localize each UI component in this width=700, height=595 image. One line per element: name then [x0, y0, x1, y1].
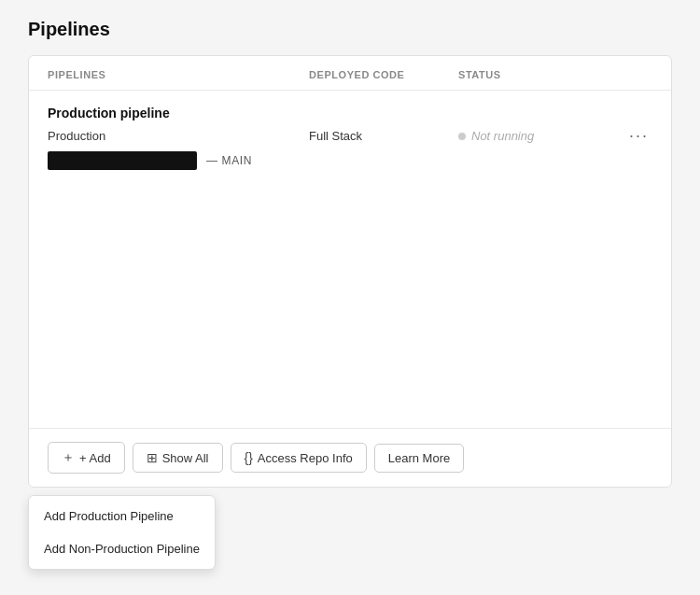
card-footer: ＋ + Add ⊞ Show All {} Access Repo Info L… [29, 428, 671, 487]
plus-icon: ＋ [62, 449, 75, 466]
more-options-button[interactable]: ··· [625, 126, 652, 146]
access-repo-button[interactable]: {} Access Repo Info [231, 443, 367, 473]
status-dot [458, 133, 466, 140]
col-header-pipelines: PIPELINES [48, 69, 309, 80]
add-non-production-pipeline-item[interactable]: Add Non-Production Pipeline [29, 532, 215, 565]
learn-more-label: Learn More [388, 451, 450, 465]
show-all-label: Show All [162, 451, 209, 465]
col-header-deployed: DEPLOYED CODE [309, 69, 458, 80]
pipeline-env: Production [48, 129, 309, 143]
page-title: Pipelines [28, 19, 672, 40]
branch-row: — MAIN [48, 151, 652, 170]
add-label: + Add [79, 451, 111, 465]
add-button[interactable]: ＋ + Add [48, 442, 125, 474]
grid-icon: ⊞ [147, 450, 158, 465]
table-body: Production pipeline Production Full Stac… [29, 91, 671, 428]
pipeline-row: Production Full Stack Not running ··· [48, 126, 652, 146]
add-dropdown-menu: Add Production Pipeline Add Non-Producti… [28, 495, 216, 570]
pipeline-code: Full Stack [309, 129, 458, 143]
learn-more-button[interactable]: Learn More [374, 444, 464, 473]
empty-area [48, 170, 652, 413]
pipelines-card: PIPELINES DEPLOYED CODE STATUS Productio… [28, 55, 672, 488]
table-header: PIPELINES DEPLOYED CODE STATUS [29, 56, 671, 91]
show-all-button[interactable]: ⊞ Show All [133, 443, 223, 473]
code-icon: {} [245, 450, 253, 465]
add-production-pipeline-item[interactable]: Add Production Pipeline [29, 500, 215, 532]
col-header-status: STATUS [458, 69, 652, 80]
page-container: Pipelines PIPELINES DEPLOYED CODE STATUS… [0, 0, 700, 506]
access-repo-label: Access Repo Info [258, 451, 353, 465]
status-text: Not running [471, 129, 534, 143]
pipeline-status: Not running [458, 129, 625, 143]
pipeline-name: Production pipeline [48, 106, 652, 120]
branch-bar [48, 151, 197, 170]
branch-label: — MAIN [206, 154, 252, 167]
